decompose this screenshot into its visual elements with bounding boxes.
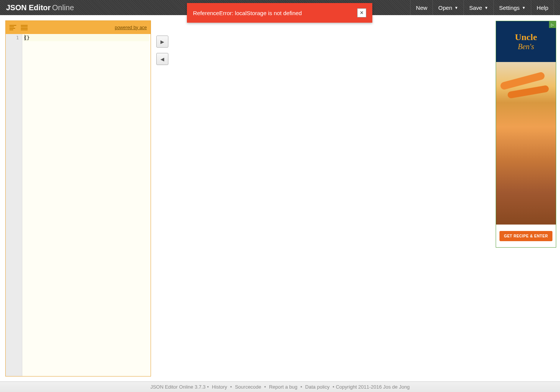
- line-number: 1: [6, 34, 22, 41]
- footer-data-policy-link[interactable]: Data policy: [305, 384, 330, 390]
- chevron-down-icon: ▼: [454, 6, 458, 10]
- menu-settings-label: Settings: [499, 5, 520, 11]
- chevron-down-icon: ▼: [522, 6, 526, 10]
- footer-sourcecode-link[interactable]: Sourcecode: [235, 384, 261, 390]
- menu-open[interactable]: Open ▼: [432, 0, 464, 15]
- footer: JSON Editor Online 3.7.3 • History • Sou…: [0, 381, 560, 392]
- powered-by-link[interactable]: powered by ace: [115, 25, 147, 30]
- transfer-right-button[interactable]: ▶: [156, 36, 168, 48]
- footer-report-bug-link[interactable]: Report a bug: [269, 384, 297, 390]
- separator: •: [230, 384, 232, 390]
- ad-cta-button[interactable]: GET RECIPE & ENTER: [499, 231, 552, 241]
- separator: •: [264, 384, 266, 390]
- menu-save[interactable]: Save ▼: [464, 0, 493, 15]
- chevron-down-icon: ▼: [484, 6, 488, 10]
- menu-open-label: Open: [438, 5, 452, 11]
- editor-content: 1 {}: [6, 34, 151, 376]
- menu-help[interactable]: Help: [531, 0, 554, 15]
- ad-cta: GET RECIPE & ENTER: [496, 225, 556, 247]
- menu-new[interactable]: New: [410, 0, 432, 15]
- error-message: ReferenceError: localStorage is not defi…: [193, 10, 302, 16]
- editor-panel: powered by ace 1 {}: [5, 20, 151, 377]
- menu-help-label: Help: [537, 5, 548, 11]
- logo-bold: JSON Editor: [6, 3, 51, 12]
- menu-new-label: New: [416, 5, 427, 11]
- code-line: {}: [24, 34, 149, 41]
- error-notification: ReferenceError: localStorage is not defi…: [187, 3, 372, 23]
- ad-header: Uncle Ben's: [496, 21, 556, 62]
- code-area[interactable]: {}: [22, 34, 151, 376]
- menu: New Open ▼ Save ▼ Settings ▼ Help: [410, 0, 554, 15]
- transfer-left-button[interactable]: ◀: [156, 53, 168, 65]
- format-icon[interactable]: [9, 25, 16, 30]
- editor-toolbar: powered by ace: [6, 21, 151, 34]
- logo: JSON Editor Online: [6, 3, 74, 12]
- transfer-buttons: ▶ ◀: [156, 20, 168, 376]
- cursor: [25, 35, 25, 40]
- menu-save-label: Save: [469, 5, 482, 11]
- ad-brand-sub: Ben's: [518, 42, 534, 51]
- footer-product: JSON Editor Online 3.7.3: [150, 384, 205, 390]
- footer-copyright: Copyright 2011-2016 Jos de Jong: [336, 384, 409, 390]
- logo-light: Online: [52, 3, 74, 12]
- menu-settings[interactable]: Settings ▼: [493, 0, 531, 15]
- ad-marker-icon: ▷: [549, 21, 556, 28]
- toolbar-icons: [9, 25, 28, 30]
- footer-history-link[interactable]: History: [212, 384, 227, 390]
- close-notification-button[interactable]: ×: [357, 8, 366, 17]
- separator: •: [333, 384, 334, 390]
- compact-icon[interactable]: [21, 25, 28, 30]
- ad-image: [496, 62, 556, 225]
- ad-brand: Uncle: [515, 32, 537, 42]
- separator: •: [300, 384, 302, 390]
- main: powered by ace 1 {} ▶ ◀: [0, 15, 560, 381]
- gutter: 1: [6, 34, 22, 376]
- separator: •: [207, 384, 209, 390]
- ad-panel[interactable]: ▷ Uncle Ben's GET RECIPE & ENTER: [496, 21, 556, 248]
